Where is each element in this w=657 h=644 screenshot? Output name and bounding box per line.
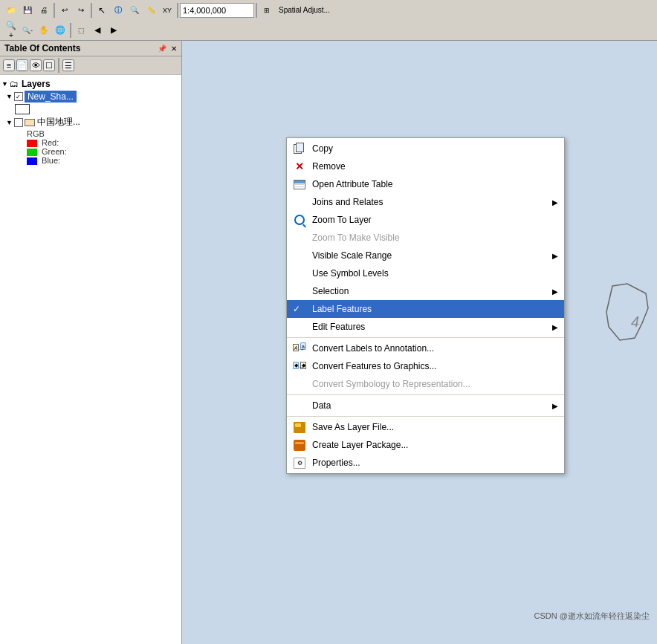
new-sha-checkbox[interactable]: ✓ [14, 92, 23, 101]
zoom-prev-btn[interactable]: ◀ [89, 22, 106, 39]
green-swatch [27, 149, 37, 156]
toc-source-btn[interactable]: 📄 [16, 59, 28, 71]
label-features-check-icon: ✓ [293, 304, 300, 314]
identify-btn[interactable]: XY [159, 2, 175, 19]
globe-btn[interactable]: 🌐 [52, 22, 68, 39]
save-layer-label: Save As Layer File... [312, 422, 394, 432]
layers-expand[interactable]: ▼ [1, 80, 8, 88]
menu-item-edit-features[interactable]: ▶ Edit Features [287, 318, 564, 336]
sep-after-edit [287, 337, 564, 338]
menu-item-open-attr[interactable]: Open Attribute Table [287, 175, 564, 193]
zoom-next-btn[interactable]: ▶ [106, 22, 122, 39]
toc-options-btn[interactable]: ☰ [62, 59, 74, 71]
info-btn[interactable]: ⓘ [110, 2, 126, 19]
toc-header: Table Of Contents 📌 ✕ [0, 41, 181, 56]
find-btn[interactable]: 🔍 [126, 2, 143, 19]
toc-close-btn[interactable]: ✕ [171, 45, 177, 53]
toc-selection-btn[interactable]: ☐ [43, 59, 55, 71]
pointer-btn[interactable]: ↖ [94, 2, 110, 19]
joins-arrow-icon: ▶ [552, 198, 558, 206]
convert-labels-label: Convert Labels to Annotation... [312, 343, 434, 354]
china-layer-row: ▼ 中国地理... [0, 115, 181, 129]
watermark-text: CSDN @逝水如流年轻往返染尘 [534, 611, 650, 620]
blue-swatch [27, 157, 37, 165]
copy-label: Copy [312, 143, 333, 154]
menu-item-visible-scale[interactable]: ▶ Visible Scale Range [287, 247, 564, 264]
toc-pin-btn[interactable]: 📌 [158, 45, 166, 53]
convert-features-icon: ◆ ◆ → [291, 358, 308, 374]
new-sha-row: ▼ ✓ New_Sha... [0, 90, 181, 103]
new-sha-expand[interactable]: ▼ [6, 93, 13, 100]
properties-icon: ⚙ [291, 455, 308, 471]
china-label[interactable]: 中国地理... [37, 116, 80, 129]
open-attr-label: Open Attribute Table [312, 179, 393, 189]
joins-label: Joins and Relates [312, 197, 383, 207]
layers-label: Layers [22, 79, 51, 89]
pan-btn[interactable]: ✋ [36, 22, 52, 39]
convert-features-label: Convert Features to Graphics... [312, 361, 436, 371]
selection-arrow-icon: ▶ [552, 287, 558, 296]
zoom-out-btn[interactable]: 🔍- [19, 22, 36, 39]
menu-item-properties[interactable]: ⚙ Properties... [287, 454, 564, 472]
edit-features-arrow-icon: ▶ [552, 323, 558, 331]
menu-item-convert-labels[interactable]: A a → Convert Labels to Annotation... [287, 339, 564, 357]
toc-header-icons: 📌 ✕ [155, 45, 177, 53]
toc-content: ▼ 🗂 Layers ▼ ✓ New_Sha... ▼ 中国地理... [0, 75, 181, 168]
new-sha-symbol [15, 104, 30, 114]
menu-item-joins[interactable]: ▶ Joins and Relates [287, 193, 564, 211]
menu-item-convert-symbology: Convert Symbology to Representation... [287, 375, 564, 393]
new-sha-symbol-row [0, 103, 181, 115]
green-row: Green: [27, 147, 181, 156]
red-label: Red: [42, 138, 59, 147]
china-map-shape: 4 [605, 282, 650, 342]
china-expand[interactable]: ▼ [6, 119, 13, 126]
menu-item-remove[interactable]: ✕ Remove [287, 157, 564, 175]
blue-label: Blue: [42, 156, 60, 165]
redo-btn[interactable]: ↪ [73, 2, 89, 19]
scale-box[interactable]: 1:4,000,000 [180, 3, 254, 18]
menu-item-save-layer[interactable]: Save As Layer File... [287, 418, 564, 436]
toc-list-view-btn[interactable]: ≡ [3, 59, 15, 71]
undo-btn[interactable]: ↩ [56, 2, 73, 19]
visible-scale-arrow-icon: ▶ [552, 252, 558, 260]
sep2 [91, 3, 92, 18]
select-btn[interactable]: ⬚ [73, 22, 89, 39]
sep4 [256, 3, 257, 18]
toolbar-row-1: 📁 💾 🖨 ↩ ↪ ↖ ⓘ 🔍 📏 XY 1:4,000,000 ⊞ Spati… [3, 1, 654, 20]
menu-item-copy[interactable]: Copy [287, 140, 564, 157]
menu-item-data[interactable]: ▶ Data [287, 397, 564, 414]
copy-icon [291, 140, 308, 157]
china-checkbox[interactable] [14, 118, 23, 127]
menu-item-label-features[interactable]: ✓ Label Features [287, 300, 564, 318]
menu-item-convert-features[interactable]: ◆ ◆ → Convert Features to Graphics... [287, 357, 564, 375]
rgb-label: RGB [27, 129, 181, 138]
red-row: Red: [27, 138, 181, 147]
menu-item-zoom-layer[interactable]: Zoom To Layer [287, 211, 564, 229]
new-sha-label[interactable]: New_Sha... [25, 91, 77, 103]
sep-after-data [287, 416, 564, 417]
zoom-layer-label: Zoom To Layer [312, 215, 372, 225]
watermark: CSDN @逝水如流年轻往返染尘 [534, 611, 650, 622]
create-package-icon [291, 437, 308, 453]
toolbar-btn-1[interactable]: 📁 [3, 2, 19, 19]
menu-item-zoom-visible: Zoom To Make Visible [287, 229, 564, 247]
edit-features-label: Edit Features [312, 322, 365, 332]
remove-icon: ✕ [291, 158, 308, 175]
menu-item-create-package[interactable]: Create Layer Package... [287, 436, 564, 454]
zoom-in-btn[interactable]: 🔍+ [3, 22, 19, 39]
china-icon [25, 119, 35, 126]
toolbar-btn-3[interactable]: 🖨 [36, 2, 52, 19]
toolbar-btn-2[interactable]: 💾 [19, 2, 36, 19]
menu-item-use-symbol[interactable]: Use Symbol Levels [287, 264, 564, 282]
toc-visibility-btn[interactable]: 👁 [30, 59, 42, 71]
layers-root-row: ▼ 🗂 Layers [0, 78, 181, 90]
sep1 [54, 3, 55, 18]
layers-stack-icon: 🗂 [10, 79, 19, 89]
selection-label: Selection [312, 286, 349, 296]
measure-btn[interactable]: 📏 [143, 2, 159, 19]
toc-toolbar: ≡ 📄 👁 ☐ ☰ [0, 56, 181, 75]
svg-text:4: 4 [631, 313, 639, 330]
zoom-full-btn[interactable]: ⊞ [259, 2, 275, 19]
map-area[interactable]: 4 CSDN @逝水如流年轻往返染尘 Copy [182, 41, 657, 644]
menu-item-selection[interactable]: ▶ Selection [287, 282, 564, 300]
